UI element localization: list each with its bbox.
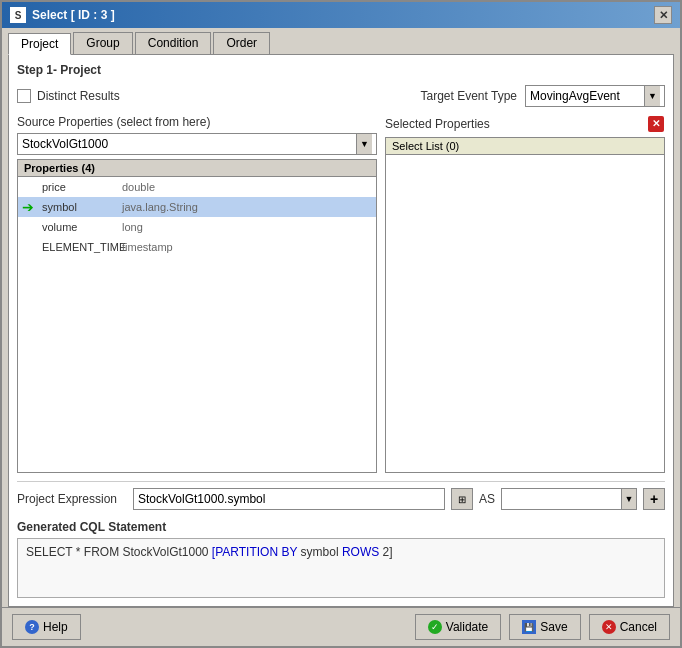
cql-text-3: 2] bbox=[379, 545, 392, 559]
tab-condition[interactable]: Condition bbox=[135, 32, 212, 54]
prop-row-price[interactable]: price double bbox=[18, 177, 376, 197]
cancel-icon: ✕ bbox=[602, 620, 616, 634]
as-label: AS bbox=[479, 492, 495, 506]
target-event-value: MovingAvgEvent bbox=[530, 89, 620, 103]
remove-icon: ✕ bbox=[648, 116, 664, 132]
cql-keyword-1: [PARTITION BY bbox=[212, 545, 297, 559]
remove-button[interactable]: ✕ bbox=[647, 115, 665, 133]
distinct-checkbox[interactable] bbox=[17, 89, 31, 103]
window-title: Select [ ID : 3 ] bbox=[32, 8, 115, 22]
prop-row-empty1 bbox=[18, 257, 376, 277]
distinct-label: Distinct Results bbox=[37, 89, 120, 103]
step-row: Distinct Results Target Event Type Movin… bbox=[17, 85, 665, 107]
as-input[interactable] bbox=[501, 488, 621, 510]
as-dropdown-arrow[interactable]: ▼ bbox=[621, 488, 637, 510]
distinct-row: Distinct Results bbox=[17, 89, 120, 103]
prop-name-symbol: symbol bbox=[42, 201, 122, 213]
prop-row-element-time[interactable]: ELEMENT_TIME timestamp bbox=[18, 237, 376, 257]
step-title: Step 1- Project bbox=[17, 63, 665, 77]
help-icon: ? bbox=[25, 620, 39, 634]
validate-icon: ✓ bbox=[428, 620, 442, 634]
prop-row-volume[interactable]: volume long bbox=[18, 217, 376, 237]
window-icon: S bbox=[10, 7, 26, 23]
cql-title: Generated CQL Statement bbox=[17, 520, 665, 534]
source-dropdown[interactable]: StockVolGt1000 ▼ bbox=[17, 133, 377, 155]
cancel-label: Cancel bbox=[620, 620, 657, 634]
prop-name-volume: volume bbox=[42, 221, 122, 233]
properties-table: Properties (4) price double ➔ symbol jav… bbox=[17, 159, 377, 473]
footer: ? Help ✓ Validate 💾 Save ✕ Cancel bbox=[2, 607, 680, 646]
prop-row-symbol[interactable]: ➔ symbol java.lang.String bbox=[18, 197, 376, 217]
title-text: S Select [ ID : 3 ] bbox=[10, 7, 115, 23]
prop-name-element-time: ELEMENT_TIME bbox=[42, 241, 122, 253]
save-button[interactable]: 💾 Save bbox=[509, 614, 580, 640]
prop-type-symbol: java.lang.String bbox=[122, 201, 198, 213]
validate-button[interactable]: ✓ Validate bbox=[415, 614, 501, 640]
project-expression-label: Project Expression bbox=[17, 492, 127, 506]
save-label: Save bbox=[540, 620, 567, 634]
prop-name-price: price bbox=[42, 181, 122, 193]
prop-row-empty2 bbox=[18, 277, 376, 297]
tab-bar: Project Group Condition Order bbox=[2, 28, 680, 54]
prop-type-price: double bbox=[122, 181, 155, 193]
window: S Select [ ID : 3 ] ✕ Project Group Cond… bbox=[0, 0, 682, 648]
footer-left: ? Help bbox=[12, 614, 81, 640]
project-expression-row: Project Expression ⊞ AS ▼ + bbox=[17, 481, 665, 516]
selected-panel: Selected Properties ✕ Select List (0) bbox=[385, 115, 665, 473]
source-dropdown-value: StockVolGt1000 bbox=[22, 137, 108, 151]
footer-right: ✓ Validate 💾 Save ✕ Cancel bbox=[415, 614, 670, 640]
tab-group[interactable]: Group bbox=[73, 32, 132, 54]
save-icon: 💾 bbox=[522, 620, 536, 634]
main-content: Step 1- Project Distinct Results Target … bbox=[8, 54, 674, 607]
prop-row-empty4 bbox=[18, 317, 376, 337]
tab-project[interactable]: Project bbox=[8, 33, 71, 55]
validate-label: Validate bbox=[446, 620, 488, 634]
cql-text-1: SELECT * FROM StockVolGt1000 bbox=[26, 545, 212, 559]
help-button[interactable]: ? Help bbox=[12, 614, 81, 640]
cql-keyword-2: ROWS bbox=[342, 545, 379, 559]
properties-header: Properties (4) bbox=[18, 160, 376, 177]
prop-type-element-time: timestamp bbox=[122, 241, 173, 253]
prop-arrow-symbol: ➔ bbox=[22, 199, 38, 215]
project-expression-input[interactable] bbox=[133, 488, 445, 510]
target-row: Target Event Type MovingAvgEvent ▼ bbox=[420, 85, 665, 107]
selected-panel-header: Selected Properties ✕ bbox=[385, 115, 665, 133]
target-event-arrow: ▼ bbox=[644, 86, 660, 106]
as-input-row: ▼ bbox=[501, 488, 637, 510]
cql-box: SELECT * FROM StockVolGt1000 [PARTITION … bbox=[17, 538, 665, 598]
properties-section: Source Properties (select from here) Sto… bbox=[17, 115, 665, 473]
prop-row-empty3 bbox=[18, 297, 376, 317]
cql-text-2: symbol bbox=[297, 545, 342, 559]
source-panel: Source Properties (select from here) Sto… bbox=[17, 115, 377, 473]
tab-order[interactable]: Order bbox=[213, 32, 270, 54]
cql-section: Generated CQL Statement SELECT * FROM St… bbox=[17, 520, 665, 598]
title-bar: S Select [ ID : 3 ] ✕ bbox=[2, 2, 680, 28]
target-event-label: Target Event Type bbox=[420, 89, 517, 103]
table-icon: ⊞ bbox=[458, 494, 466, 505]
selected-panel-label: Selected Properties bbox=[385, 117, 490, 131]
selected-list: Select List (0) bbox=[385, 137, 665, 473]
expression-table-icon-btn[interactable]: ⊞ bbox=[451, 488, 473, 510]
source-dropdown-arrow: ▼ bbox=[356, 134, 372, 154]
help-label: Help bbox=[43, 620, 68, 634]
cancel-button[interactable]: ✕ Cancel bbox=[589, 614, 670, 640]
window-close-button[interactable]: ✕ bbox=[654, 6, 672, 24]
source-panel-title: Source Properties (select from here) bbox=[17, 115, 377, 129]
add-expression-button[interactable]: + bbox=[643, 488, 665, 510]
target-event-dropdown[interactable]: MovingAvgEvent ▼ bbox=[525, 85, 665, 107]
prop-type-volume: long bbox=[122, 221, 143, 233]
selected-list-header: Select List (0) bbox=[386, 138, 664, 155]
